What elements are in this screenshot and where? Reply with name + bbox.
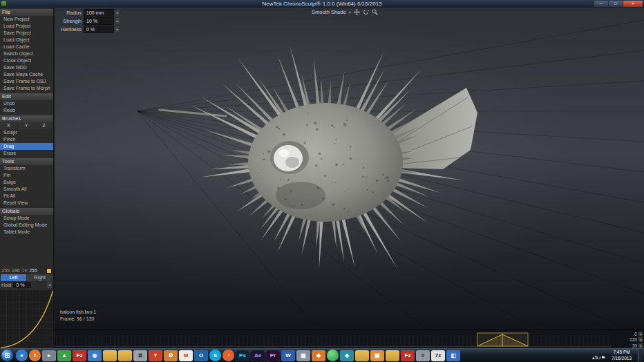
hold-stepper[interactable]: ◂▸: [47, 282, 52, 288]
sidebar-item-erase[interactable]: Erase: [0, 150, 53, 157]
taskbar-icon-folder-4[interactable]: [386, 350, 399, 361]
sidebar-item-drag[interactable]: Drag: [0, 143, 53, 150]
fps-stepper[interactable]: ◂▸: [638, 343, 643, 348]
rotate-tool-icon[interactable]: [363, 9, 369, 15]
taskbar-icon-media-gray[interactable]: ▸: [42, 350, 56, 361]
taskbar-icon-firefox[interactable]: f: [29, 350, 41, 361]
section-header-brushes: Brushes: [0, 115, 53, 122]
taskbar-icon-outlook[interactable]: O: [194, 350, 208, 361]
sidebar-item-redo[interactable]: Redo: [0, 107, 53, 114]
taskbar-icon-folder-2[interactable]: [118, 350, 132, 361]
taskbar-icon-teal-app[interactable]: ◈: [340, 350, 354, 361]
start-frame-stepper[interactable]: ◂▸: [638, 332, 643, 336]
sidebar-item-undo[interactable]: Undo: [0, 100, 53, 107]
show-desktop-button[interactable]: [638, 349, 643, 362]
sidebar-item-save-frame-to-morph[interactable]: Save Frame to Morph: [0, 85, 53, 92]
sidebar-item-load-cache[interactable]: Load Cache: [0, 44, 53, 50]
sidebar-item-global-editing-mode[interactable]: Global Editing Mode: [0, 222, 53, 229]
sidebar-item-new-project[interactable]: New Project: [0, 16, 53, 23]
move-tool-icon[interactable]: [354, 9, 360, 15]
sidebar-item-transform[interactable]: Transform: [0, 165, 53, 172]
object-name: baloon fish.lwo:1: [60, 309, 96, 316]
timeline-scrubber[interactable]: [55, 332, 612, 347]
radius-value[interactable]: 100 mm: [84, 9, 114, 17]
right-button[interactable]: Right: [27, 274, 53, 281]
sidebar-item-save-maya-cache[interactable]: Save Maya Cache: [0, 71, 53, 78]
falloff-curve-editor[interactable]: [0, 289, 54, 348]
radius-stepper[interactable]: ◂▸: [115, 10, 120, 16]
sidebar-item-tablet-mode[interactable]: Tablet Mode: [0, 229, 53, 236]
strength-stepper[interactable]: ◂▸: [115, 18, 120, 24]
taskbar-icon-notes-gray[interactable]: ≣: [133, 350, 147, 361]
taskbar-icon-blue-app[interactable]: ◧: [446, 350, 460, 361]
taskbar-icon-camera-blue[interactable]: ◉: [88, 350, 102, 361]
zoom-tool-icon[interactable]: [372, 9, 378, 15]
sidebar-item-save-frame-to-obj[interactable]: Save Frame to OBJ: [0, 78, 53, 85]
sidebar-item-fit-all[interactable]: Fit All: [0, 193, 53, 200]
taskbar-icon-filezilla-2[interactable]: Fz: [401, 350, 415, 361]
taskbar-icon-word[interactable]: W: [281, 350, 295, 361]
taskbar-icon-folder-1[interactable]: [103, 350, 117, 361]
color-value-green[interactable]: 196: [12, 268, 20, 273]
sidebar-item-switch-object[interactable]: Switch Object: [0, 50, 53, 57]
sidebar-item-load-object[interactable]: Load Object: [0, 37, 53, 44]
sidebar-item-sculpt[interactable]: Sculpt: [0, 129, 53, 136]
taskbar-icon-folder-3[interactable]: [355, 350, 369, 361]
strength-value[interactable]: 10 %: [84, 17, 114, 25]
close-button[interactable]: ×: [623, 1, 643, 7]
color-value-alpha[interactable]: 255: [29, 268, 37, 273]
sidebar-item-smooth-all[interactable]: Smooth All: [0, 186, 53, 193]
hardness-value[interactable]: 0 %: [84, 26, 114, 33]
taskbar-icon-green-orb[interactable]: [327, 350, 339, 361]
taskbar-icon-gray-app[interactable]: ▦: [296, 350, 310, 361]
frame-counter: Frame: 96 / 120: [60, 316, 96, 323]
sidebar-item-load-project[interactable]: Load Project: [0, 23, 53, 30]
start-button[interactable]: ⊞: [1, 350, 13, 361]
hold-value[interactable]: 0 %: [13, 282, 31, 288]
axis-toggle-x[interactable]: X: [0, 122, 18, 129]
taskbar-icon-after-effects[interactable]: Ae: [251, 350, 265, 361]
taskbar-icon-calculator[interactable]: #: [416, 350, 430, 361]
sidebar-item-bulge[interactable]: Bulge: [0, 179, 53, 186]
window-controls: — □ ×: [594, 1, 643, 7]
fps-value[interactable]: 30: [632, 343, 637, 348]
taskbar-icon-7zip[interactable]: 7z: [431, 350, 445, 361]
sidebar-item-save-mdd[interactable]: Save MDD: [0, 64, 53, 71]
hardness-stepper[interactable]: ◂▸: [115, 26, 120, 32]
taskbar-icon-orange-app[interactable]: ◆: [312, 350, 325, 361]
taskbar-icon-filezilla[interactable]: Fz: [73, 350, 86, 361]
sidebar-item-setup-mode[interactable]: Setup Mode: [0, 215, 53, 222]
sidebar-item-pin[interactable]: Pin: [0, 172, 53, 179]
start-frame-value[interactable]: 0: [634, 332, 637, 336]
axis-toggle-z[interactable]: Z: [35, 122, 53, 129]
minimize-button[interactable]: —: [594, 1, 608, 7]
color-value-red[interactable]: 255: [1, 268, 10, 273]
taskbar-clock[interactable]: 7:45 PM 7/16/2013: [608, 350, 635, 362]
axis-toggle-y[interactable]: Y: [18, 122, 36, 129]
taskbar-icon-red-pepper[interactable]: ▼: [149, 350, 162, 361]
maximize-button[interactable]: □: [609, 1, 623, 7]
sidebar-item-pinch[interactable]: Pinch: [0, 136, 53, 143]
end-frame-stepper[interactable]: ◂▸: [638, 337, 643, 342]
taskbar-icon-orange-gear[interactable]: ⚙: [164, 350, 178, 361]
taskbar-icons: ef▸▲Fz◉≣▼⚙MOS◔PsAePrW▦◆◈▣Fz#7z◧: [15, 350, 461, 361]
timeline-panel: 0 ◂▸ 120 ◂▸ 30 ◂▸: [55, 330, 644, 348]
tray-action-center-icon[interactable]: ⚑: [601, 355, 605, 360]
viewport-3d[interactable]: Radius 100 mm ◂▸ Strength 10 % ◂▸ Hardne…: [55, 8, 644, 330]
taskbar-icon-skype[interactable]: S: [209, 350, 221, 361]
taskbar-icon-ie[interactable]: e: [16, 350, 28, 361]
taskbar-icon-browser-orange[interactable]: ◔: [222, 350, 234, 361]
end-frame-value[interactable]: 120: [629, 337, 637, 342]
taskbar-icon-photoshop[interactable]: Ps: [236, 350, 249, 361]
left-button[interactable]: Left: [1, 274, 26, 281]
sidebar-item-reset-view[interactable]: Reset View: [0, 200, 53, 207]
taskbar-icon-orange-box[interactable]: ▣: [370, 350, 384, 361]
color-value-blue[interactable]: 19: [21, 268, 27, 273]
sidebar-item-close-object[interactable]: Close Object: [0, 57, 53, 64]
taskbar-icon-green-play[interactable]: ▲: [57, 350, 71, 361]
taskbar-icon-gmail[interactable]: M: [179, 350, 193, 361]
color-swatch[interactable]: [46, 268, 52, 274]
shade-mode-dropdown[interactable]: Smooth Shade: [312, 9, 346, 15]
sidebar-item-save-project[interactable]: Save Project: [0, 30, 53, 37]
taskbar-icon-premiere[interactable]: Pr: [266, 350, 280, 361]
